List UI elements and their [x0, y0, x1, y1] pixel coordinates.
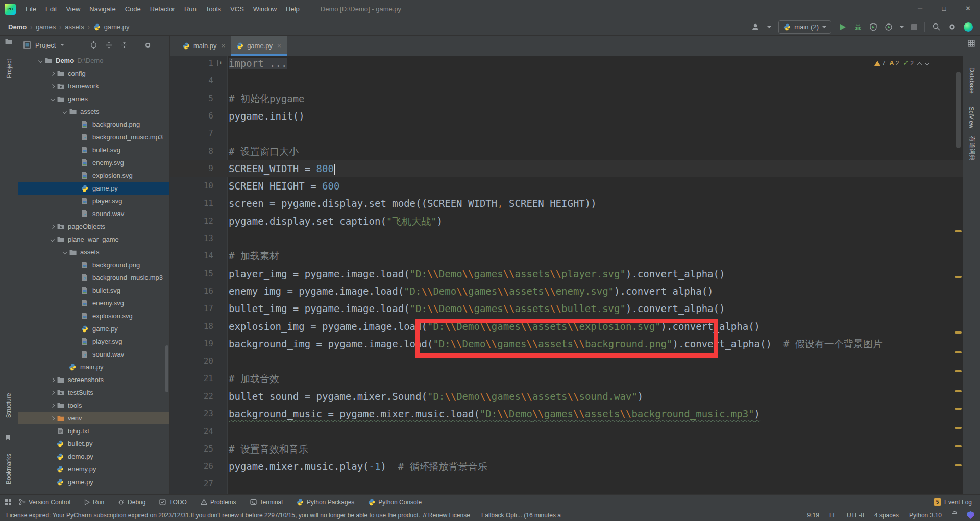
code-line-10[interactable]: 10SCREEN_HEIGHT = 600	[170, 177, 963, 195]
tree-item-game.py[interactable]: game.py	[18, 476, 169, 488]
tree-item-game.py[interactable]: game.py	[18, 322, 169, 335]
tree-chevron-right-icon[interactable]	[48, 225, 57, 228]
code-line-7[interactable]: 7	[170, 125, 963, 142]
tree-chevron-right-icon[interactable]	[48, 85, 57, 88]
tree-item-framework[interactable]: framework	[18, 80, 169, 92]
menu-refactor[interactable]: Refactor	[145, 0, 180, 18]
breadcrumb-item[interactable]: games	[36, 23, 56, 31]
tab-game.py[interactable]: game.py×	[231, 36, 286, 56]
menu-code[interactable]: Code	[120, 0, 145, 18]
code-editor[interactable]: 7 A2 ✓2 1+import ...45# 初始化pygame6pygame…	[170, 56, 963, 494]
profiler-button[interactable]	[885, 23, 893, 31]
tree-item-sound.wav[interactable]: ?sound.wav	[18, 207, 169, 220]
tree-item-bullet.py[interactable]: bullet.py	[18, 437, 169, 450]
menu-view[interactable]: View	[61, 0, 85, 18]
python-interpreter[interactable]: Python 3.10	[909, 512, 942, 519]
collapse-all-icon[interactable]	[120, 41, 128, 49]
caret-position[interactable]: 9:19	[807, 512, 819, 519]
project-panel-title[interactable]: Project	[35, 41, 56, 49]
event-log-button[interactable]: 5 Event Log	[934, 498, 972, 506]
code-line-8[interactable]: 8# 设置窗口大小	[170, 143, 963, 160]
tree-item-game.py[interactable]: game.py	[18, 182, 169, 195]
run-button[interactable]	[839, 23, 847, 31]
panel-settings-gear-icon[interactable]	[144, 41, 152, 49]
tree-item-assets[interactable]: assets	[18, 246, 169, 258]
tree-item-testSuits[interactable]: testSuits	[18, 386, 169, 399]
tree-chevron-right-icon[interactable]	[48, 378, 57, 382]
tool-window-button-debug[interactable]: Debug	[118, 499, 145, 506]
minimize-button[interactable]: ─	[908, 0, 932, 18]
project-scrollbar[interactable]	[165, 345, 168, 392]
code-line-27[interactable]: 27	[170, 475, 963, 492]
error-stripe-mark[interactable]	[955, 370, 962, 372]
code-line-17[interactable]: 17bullet_img = pygame.image.load("D:\\De…	[170, 300, 963, 317]
database-grid-icon[interactable]	[968, 40, 975, 47]
tool-window-button-version-control[interactable]: Version Control	[19, 499, 70, 506]
code-line-15[interactable]: 15player_img = pygame.image.load("D:\\De…	[170, 265, 963, 282]
tree-item-bjhg.txt[interactable]: bjhg.txt	[18, 424, 169, 437]
tool-window-button-terminal[interactable]: Terminal	[250, 499, 283, 506]
lock-icon[interactable]	[952, 513, 957, 517]
error-stripe-mark[interactable]	[955, 230, 962, 232]
tree-item-games[interactable]: games	[18, 92, 169, 105]
tool-window-button-problems[interactable]: Problems	[201, 499, 236, 506]
error-stripe-mark[interactable]	[955, 464, 962, 466]
tree-item-background_music.mp3[interactable]: ?background_music.mp3	[18, 131, 169, 144]
code-line-11[interactable]: 11screen = pygame.display.set_mode((SCRE…	[170, 195, 963, 212]
code-line-16[interactable]: 16enemy_img = pygame.image.load("D:\\Dem…	[170, 282, 963, 300]
settings-gear-icon[interactable]	[948, 22, 957, 31]
user-dropdown-icon[interactable]	[767, 26, 771, 28]
expand-all-icon[interactable]	[105, 41, 113, 49]
user-icon[interactable]	[751, 22, 760, 32]
close-button[interactable]: ✕	[956, 0, 980, 18]
error-stripe-mark[interactable]	[955, 351, 962, 353]
tab-close-icon[interactable]: ×	[277, 42, 281, 50]
tree-item-bullet.svg[interactable]: bullet.svg	[18, 284, 169, 297]
tree-item-enemy.py[interactable]: enemy.py	[18, 463, 169, 476]
tree-item-background_music.mp3[interactable]: ?background_music.mp3	[18, 271, 169, 284]
tree-item-pageObjects[interactable]: pageObjects	[18, 220, 169, 233]
tree-item-plane_war_game[interactable]: plane_war_game	[18, 233, 169, 246]
menu-tools[interactable]: Tools	[201, 0, 226, 18]
fallback-option-text[interactable]: Fallback Opti... (16 minutes a	[481, 512, 561, 519]
indent-size[interactable]: 4 spaces	[874, 512, 899, 519]
tool-window-button-有道词典[interactable]: 有道词典	[963, 133, 980, 163]
breadcrumb-item[interactable]: assets	[65, 23, 84, 31]
code-line-21[interactable]: 21# 加载音效	[170, 370, 963, 387]
breadcrumb-item[interactable]: Demo	[8, 23, 27, 31]
run-config-selector[interactable]: main (2)	[778, 20, 831, 34]
code-line-1[interactable]: 1+import ...	[170, 56, 963, 72]
code-line-9[interactable]: 9SCREEN_WIDTH = 800	[170, 160, 963, 177]
tree-item-main.py[interactable]: main.py	[18, 361, 169, 373]
renew-license-link[interactable]: // Renew License	[423, 512, 470, 519]
tree-item-tools[interactable]: tools	[18, 399, 169, 412]
tree-chevron-right-icon[interactable]	[48, 404, 57, 407]
menu-help[interactable]: Help	[281, 0, 304, 18]
tree-item-screenshots[interactable]: screenshots	[18, 373, 169, 386]
tree-item-background.png[interactable]: background.png	[18, 118, 169, 131]
menu-edit[interactable]: Edit	[41, 0, 61, 18]
menu-window[interactable]: Window	[249, 0, 281, 18]
tree-item-player.svg[interactable]: player.svg	[18, 195, 169, 207]
code-line-22[interactable]: 22bullet_sound = pygame.mixer.Sound("D:\…	[170, 388, 963, 405]
profiler-dropdown-icon[interactable]	[900, 26, 904, 28]
tool-window-button-python-packages[interactable]: Python Packages	[297, 499, 354, 506]
shield-icon[interactable]	[967, 511, 974, 519]
maximize-button[interactable]: □	[932, 0, 956, 18]
code-line-13[interactable]: 13	[170, 230, 963, 247]
tree-item-Demo[interactable]: Demo D:\Demo	[18, 54, 169, 67]
tool-window-button-todo[interactable]: TODO	[159, 499, 186, 506]
line-ending[interactable]: LF	[829, 512, 837, 519]
menu-file[interactable]: File	[21, 0, 41, 18]
stop-button[interactable]	[911, 24, 917, 30]
tree-item-assets[interactable]: assets	[18, 105, 169, 118]
tab-close-icon[interactable]: ×	[222, 42, 226, 50]
menu-run[interactable]: Run	[180, 0, 201, 18]
coverage-button[interactable]	[869, 23, 877, 31]
code-line-12[interactable]: 12pygame.display.set_caption("飞机大战")	[170, 212, 963, 230]
tree-chevron-down-icon[interactable]	[60, 110, 69, 113]
tree-item-background.png[interactable]: background.png	[18, 258, 169, 271]
hide-panel-icon[interactable]: ─	[159, 41, 164, 49]
tree-item-player.svg[interactable]: player.svg	[18, 335, 169, 348]
tree-item-config[interactable]: config	[18, 67, 169, 80]
